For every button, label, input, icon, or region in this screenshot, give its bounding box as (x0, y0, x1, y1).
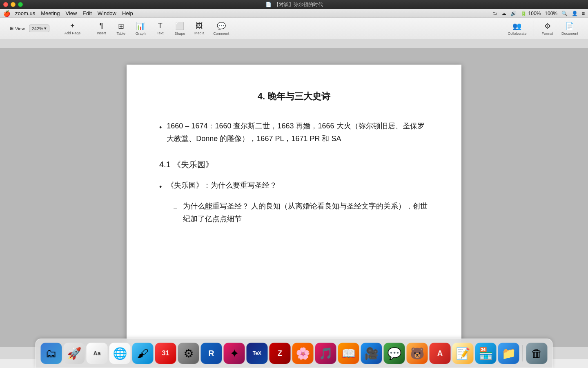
format-icon: ⚙ (544, 22, 551, 31)
table-icon: ⊞ (118, 22, 124, 31)
media-button[interactable]: 🖼 Media (190, 20, 208, 37)
collaborate-button[interactable]: 👥 Collaborate (504, 20, 530, 37)
dock-item-star[interactable]: ✦ (224, 343, 245, 364)
sub-bullet-1: － 为什么能重写圣经？ 人的良知（从离婚论看良知与圣经文字的关系），创世纪加了亿… (172, 200, 429, 225)
ruler (0, 39, 588, 48)
list-item-2: • 《失乐园》：为什么要重写圣经？ (159, 179, 429, 193)
dock-item-dictionary[interactable]: Aa (87, 343, 108, 364)
insert-icon: ¶ (100, 22, 104, 30)
text-button[interactable]: T Text (151, 20, 169, 37)
add-page-icon: + (70, 22, 75, 30)
clock: 100% (545, 11, 557, 16)
dock-item-bear[interactable]: 🐻 (407, 343, 428, 364)
document-button[interactable]: 📄 Document (558, 20, 581, 37)
subsection-title: 4.1 《失乐园》 (159, 158, 429, 171)
icloud-icon: ☁ (501, 11, 506, 16)
menu-window[interactable]: Window (98, 10, 116, 16)
bullet-text: 1660 – 1674：1660 查尔斯二世，1663 再婚，1666 大火（弥… (167, 120, 429, 145)
separator-1 (57, 21, 57, 36)
list-item: • 1660 – 1674：1660 查尔斯二世，1663 再婚，1666 大火… (159, 120, 429, 145)
sub-dash: － (172, 202, 179, 214)
bullet-list-2: • 《失乐园》：为什么要重写圣经？ (159, 179, 429, 193)
dock-item-wechat[interactable]: 💬 (384, 343, 405, 364)
collaborate-icon: 👥 (512, 22, 521, 31)
view-group: ⊞ View 242% ▾ (7, 24, 49, 33)
dock-item-calendar[interactable]: 31 (155, 343, 176, 364)
menu-view[interactable]: View (65, 10, 77, 16)
document-area[interactable]: 4. 晚年与三大史诗 • 1660 – 1674：1660 查尔斯二世，1663… (0, 48, 588, 347)
comment-icon: 💬 (217, 22, 226, 31)
underline-text: 能 (205, 202, 212, 210)
graph-button[interactable]: 📊 Graph (131, 20, 149, 37)
close-button[interactable] (3, 2, 8, 7)
dock-item-finder[interactable]: 🗂 (41, 343, 62, 364)
menubar: 🍎 zoom.us Meeting View Edit Window Help … (0, 9, 588, 18)
bullet-text-2: 《失乐园》：为什么要重写圣经？ (167, 179, 429, 192)
dock-item-music[interactable]: 🎵 (315, 343, 336, 364)
text-icon: T (158, 22, 163, 30)
menu-edit[interactable]: Edit (82, 10, 91, 16)
table-button[interactable]: ⊞ Table (112, 20, 130, 37)
dock-item-r[interactable]: R (201, 343, 222, 364)
minimize-button[interactable] (11, 2, 16, 7)
insert-button[interactable]: ¶ Insert (92, 20, 110, 37)
dock-item-tex[interactable]: TeX (247, 343, 268, 364)
page-content[interactable]: 4. 晚年与三大史诗 • 1660 – 1674：1660 查尔斯二世，1663… (159, 89, 429, 225)
shape-icon: ⬜ (175, 22, 184, 31)
dock-item-zotero[interactable]: Z (270, 343, 291, 364)
audio-icon: 🔊 (510, 11, 517, 16)
bullet-dot: • (159, 121, 162, 134)
menubar-right: 🗂 ☁ 🔊 🔋 100% 100% 🔍 👤 ≡ (492, 11, 585, 16)
dock-item-zoom[interactable]: 🎥 (361, 343, 382, 364)
sub-text-1: 为什么能重写圣经？ 人的良知（从离婚论看良知与圣经文字的关系），创世纪加了亿点点… (183, 200, 429, 225)
view-button[interactable]: ⊞ View (7, 24, 28, 33)
traffic-lights (3, 2, 23, 7)
add-page-button[interactable]: + Add Page (61, 20, 84, 37)
battery-icon: 🔋 100% (521, 11, 541, 16)
dock-item-launchpad[interactable]: 🚀 (64, 343, 85, 364)
media-icon: 🖼 (196, 22, 203, 30)
menu-meeting[interactable]: Meeting (41, 10, 60, 16)
graph-icon: 📊 (136, 22, 145, 31)
dock-item-paint[interactable]: 🖌 (132, 343, 154, 364)
dock-separator (523, 345, 523, 361)
dock-item-trash[interactable]: 🗑 (526, 343, 548, 364)
spotlight-icon[interactable]: 🔍 (561, 11, 568, 16)
document-icon: 📄 (565, 22, 574, 31)
window-title: 📄 【对谈】弥尔顿的时代 (265, 1, 323, 8)
dock-item-photos[interactable]: 🌸 (292, 343, 314, 364)
dock-item-appstore[interactable]: 🏪 (475, 343, 497, 364)
user-icon[interactable]: 👤 (572, 11, 578, 16)
dock-item-acrobat[interactable]: A (430, 343, 451, 364)
shape-button[interactable]: ⬜ Shape (171, 20, 189, 37)
separator-3 (534, 21, 534, 36)
format-button[interactable]: ⚙ Format (538, 20, 557, 37)
page: 4. 晚年与三大史诗 • 1660 – 1674：1660 查尔斯二世，1663… (127, 65, 461, 347)
dock-item-notes[interactable]: 📝 (452, 343, 474, 364)
dock-item-chrome[interactable]: 🌐 (109, 343, 131, 364)
chevron-down-icon: ▾ (44, 26, 47, 31)
apple-menu[interactable]: 🍎 (3, 10, 10, 17)
dock-item-settings[interactable]: ⚙ (178, 343, 199, 364)
dropbox-icon: 🗂 (492, 11, 497, 16)
dock: 🗂 🚀 Aa 🌐 🖌 31 ⚙ R ✦ TeX Z 🌸 🎵 📖 🎥 💬 🐻 A … (36, 339, 553, 368)
toolbar-right: 👥 Collaborate ⚙ Format 📄 Document (504, 20, 581, 37)
comment-button[interactable]: 💬 Comment (210, 20, 232, 37)
menu-help[interactable]: Help (122, 10, 133, 16)
dock-item-books[interactable]: 📖 (338, 343, 359, 364)
bullet-dot-2: • (159, 181, 162, 193)
dock-item-files[interactable]: 📁 (498, 343, 519, 364)
view-icon: ⊞ (10, 26, 13, 31)
zoom-button[interactable]: 242% ▾ (29, 25, 49, 32)
notification-icon[interactable]: ≡ (582, 11, 585, 16)
titlebar: 📄 【对谈】弥尔顿的时代 (0, 0, 588, 9)
section-title: 4. 晚年与三大史诗 (159, 89, 429, 103)
bullet-list-1: • 1660 – 1674：1660 查尔斯二世，1663 再婚，1666 大火… (159, 120, 429, 145)
separator-2 (88, 21, 88, 36)
toolbar: ⊞ View 242% ▾ + Add Page ¶ Insert ⊞ Tabl… (0, 18, 588, 39)
menu-zoom[interactable]: zoom.us (15, 10, 35, 16)
doc-icon: 📄 (265, 2, 272, 7)
maximize-button[interactable] (18, 2, 23, 7)
